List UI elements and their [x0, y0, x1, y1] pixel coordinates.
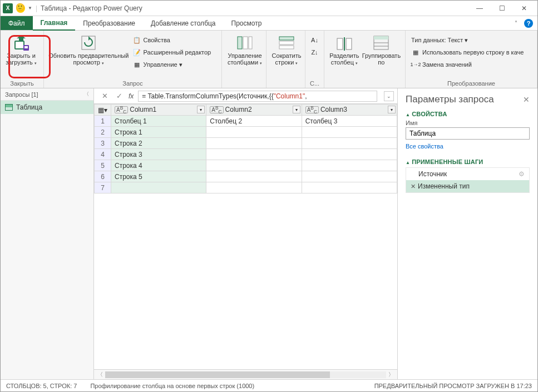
table-row[interactable]: 3Строка 2	[95, 138, 397, 149]
svg-rect-3	[24, 46, 28, 48]
properties-header: СВОЙСТВА	[412, 111, 447, 117]
group-query-label: Запрос	[44, 80, 221, 87]
table-row[interactable]: 1Столбец 1Столбец 2Столбец 3	[95, 116, 397, 127]
table-row[interactable]: 4Строка 3	[95, 149, 397, 160]
tab-home[interactable]: Главная	[33, 16, 76, 31]
queries-header: Запросы [1]	[5, 91, 38, 98]
group-transform-label: Преобразование	[406, 80, 537, 87]
svg-rect-5	[238, 37, 242, 49]
sort-asc-button[interactable]: A↓	[309, 34, 320, 46]
horizontal-scrollbar[interactable]: 〈 〉	[94, 369, 397, 379]
query-settings-pane: Параметры запроса ✕ ▲СВОЙСТВА Имя Все св…	[397, 88, 537, 379]
split-column-button[interactable]: Разделить столбец ▾	[328, 33, 361, 87]
center-pane: ✕ ✓ fx = Table.TransformColumnTypes(Исто…	[94, 88, 397, 379]
params-title: Параметры запроса	[406, 94, 494, 105]
formula-bar: ✕ ✓ fx = Table.TransformColumnTypes(Исто…	[94, 88, 397, 104]
filter-icon[interactable]: ▾	[197, 106, 205, 113]
fx-icon[interactable]: fx	[129, 92, 134, 100]
window-title: Таблица - Редактор Power Query	[41, 4, 142, 12]
delete-step-icon[interactable]: ✕	[411, 183, 416, 190]
expand-formula-icon[interactable]: ⌄	[384, 91, 394, 101]
group-sort-label: С...	[305, 80, 324, 87]
query-item-tablica[interactable]: Таблица	[1, 101, 93, 114]
status-bar: СТОЛБЦОВ: 5, СТРОК: 7 Профилирование сто…	[1, 379, 537, 391]
name-label: Имя	[406, 120, 530, 126]
all-properties-link[interactable]: Все свойства	[406, 143, 530, 150]
table-row[interactable]: 7	[95, 182, 397, 193]
collapse-queries-icon[interactable]: 〈	[84, 91, 89, 98]
refresh-preview-button[interactable]: Обновить предварительный просмотр ▾	[47, 33, 130, 87]
filter-icon[interactable]: ▾	[293, 106, 300, 113]
svg-rect-10	[279, 46, 294, 49]
svg-rect-7	[249, 37, 252, 49]
column-header-2[interactable]: ABCColumn2▾	[206, 105, 302, 116]
manage-button[interactable]: ▦Управление ▾	[130, 58, 218, 71]
tab-transform[interactable]: Преобразование	[75, 16, 143, 30]
properties-button[interactable]: 📋Свойства	[130, 34, 218, 46]
manage-columns-button[interactable]: Управление столбцами ▾	[225, 33, 264, 67]
excel-icon: X	[3, 3, 13, 13]
formula-cancel-icon[interactable]: ✕	[100, 92, 110, 100]
tab-addcolumn[interactable]: Добавление столбца	[143, 16, 224, 30]
svg-rect-8	[279, 37, 294, 40]
applied-steps-header: ПРИМЕНЕННЫЕ ШАГИ	[412, 158, 483, 165]
close-and-load-button[interactable]: Закрыть и загрузить ▾	[4, 33, 38, 67]
reduce-rows-button[interactable]: Сократить строки ▾	[270, 33, 303, 67]
ribbon-tabs: Файл Главная Преобразование Добавление с…	[1, 16, 537, 31]
collapse-ribbon-icon[interactable]: ˄	[515, 20, 517, 26]
help-icon[interactable]: ?	[524, 19, 533, 28]
titlebar: X ▼ | Таблица - Редактор Power Query — ☐…	[1, 1, 537, 16]
formula-input[interactable]: = Table.TransformColumnTypes(Источник,{{…	[138, 91, 377, 102]
formula-accept-icon[interactable]: ✓	[114, 92, 124, 100]
filter-icon[interactable]: ▾	[388, 106, 396, 113]
svg-rect-9	[279, 41, 294, 44]
minimize-button[interactable]: —	[468, 1, 491, 16]
table-row[interactable]: 6Строка 5	[95, 171, 397, 182]
ribbon: Закрыть и загрузить ▾ Закрыть Обновить п…	[1, 31, 537, 88]
table-row[interactable]: 2Строка 1	[95, 127, 397, 138]
svg-rect-15	[374, 36, 388, 39]
svg-rect-12	[346, 38, 352, 49]
smiley-icon[interactable]	[16, 4, 25, 13]
tab-file[interactable]: Файл	[1, 16, 33, 30]
sort-desc-button[interactable]: Z↓	[309, 46, 320, 58]
table-icon	[5, 104, 13, 111]
status-columns-rows: СТОЛБЦОВ: 5, СТРОК: 7	[6, 383, 77, 389]
data-type-button[interactable]: Тип данных: Текст ▾	[409, 34, 534, 46]
maximize-button[interactable]: ☐	[491, 1, 513, 16]
step-changed-type[interactable]: ✕ Измененный тип	[406, 180, 529, 192]
tab-view[interactable]: Просмотр	[224, 16, 270, 30]
column-header-3[interactable]: ABCColumn3▾	[302, 105, 397, 116]
queries-pane: Запросы [1] 〈 Таблица	[1, 88, 94, 379]
use-first-row-button[interactable]: ▦Использовать первую строку в каче	[409, 46, 534, 58]
grid-corner[interactable]: ▦▾	[95, 105, 111, 116]
qat-dropdown-icon[interactable]: ▼	[28, 6, 32, 11]
data-grid[interactable]: ▦▾ ABCColumn1▾ ABCColumn2▾ ABCColumn3▾ 1…	[94, 104, 397, 193]
gear-icon[interactable]: ⚙	[519, 170, 525, 178]
svg-rect-1	[16, 42, 23, 48]
svg-rect-6	[243, 37, 248, 49]
column-header-1[interactable]: ABCColumn1▾	[111, 105, 206, 116]
group-by-button[interactable]: Группировать по	[361, 33, 402, 87]
svg-rect-11	[337, 38, 343, 49]
query-name-input[interactable]	[406, 127, 530, 140]
group-close-label: Закрыть	[1, 80, 43, 87]
table-row[interactable]: 5Строка 4	[95, 160, 397, 171]
close-window-button[interactable]: ✕	[513, 1, 535, 16]
status-preview-loaded: ПРЕДВАРИТЕЛЬНЫЙ ПРОСМОТР ЗАГРУЖЕН В 17:2…	[374, 383, 532, 389]
advanced-editor-button[interactable]: 📝Расширенный редактор	[130, 46, 218, 58]
step-source[interactable]: Источник ⚙	[406, 168, 529, 180]
status-profiling[interactable]: Профилирование столбца на основе первых …	[90, 383, 254, 389]
replace-values-button[interactable]: 1→2Замена значений	[409, 58, 534, 71]
close-params-icon[interactable]: ✕	[523, 95, 530, 104]
